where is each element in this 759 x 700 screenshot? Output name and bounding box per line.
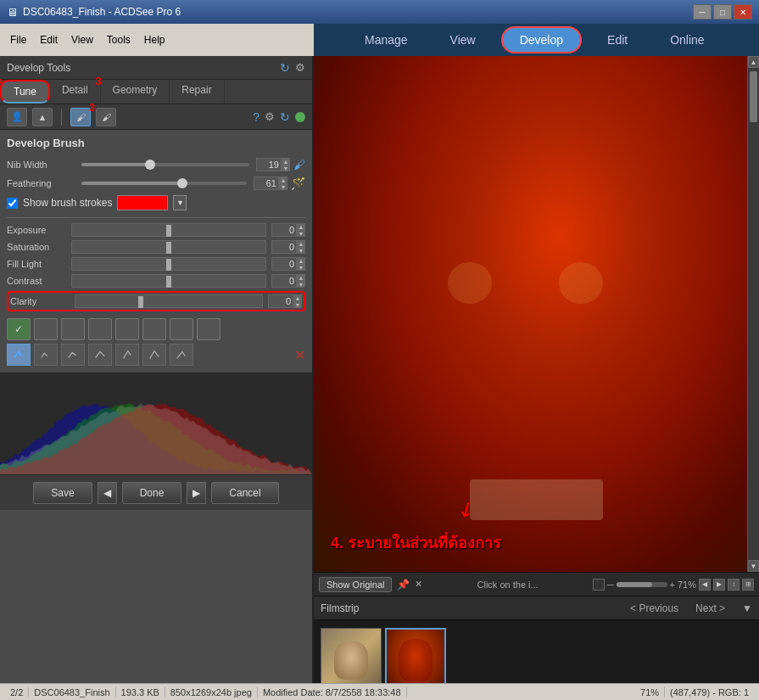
exposure-down[interactable]: ▼ — [297, 230, 305, 237]
menu-help[interactable]: Help — [137, 32, 172, 48]
brush-style-4[interactable] — [88, 344, 112, 366]
brush-style-7[interactable] — [170, 344, 193, 366]
contrast-up[interactable]: ▲ — [297, 274, 305, 281]
nib-width-input[interactable] — [256, 158, 282, 171]
preset-check-8[interactable] — [197, 318, 220, 340]
tab-geometry[interactable]: 3 Geometry — [101, 80, 170, 104]
filmstrip-expand-icon[interactable]: ▼ — [742, 602, 752, 614]
brush-style-1[interactable] — [7, 344, 31, 366]
fill-light-slider[interactable] — [71, 257, 266, 271]
exposure-up[interactable]: ▲ — [297, 223, 305, 230]
zoom-minus-icon[interactable]: ─ — [607, 580, 614, 590]
fill-light-spinners[interactable]: ▲ ▼ — [297, 257, 305, 271]
preset-check-5[interactable] — [115, 318, 139, 340]
show-brush-strokes-checkbox[interactable] — [7, 198, 18, 209]
nib-width-paint-icon[interactable]: 🖌 — [293, 158, 305, 171]
tab-online[interactable]: Online — [653, 28, 721, 52]
saturation-input[interactable] — [271, 240, 297, 254]
close-button[interactable]: ✕ — [734, 4, 752, 20]
brush-icon-triangle[interactable]: ▲ — [32, 108, 53, 126]
next-button[interactable]: Next > — [695, 602, 725, 614]
clarity-input[interactable] — [268, 294, 293, 308]
help-icon[interactable]: ? — [253, 110, 260, 124]
tab-detail[interactable]: Detail — [50, 80, 101, 104]
nav-icon-2[interactable]: ▶ — [713, 579, 725, 591]
exposure-slider[interactable] — [71, 223, 266, 237]
nib-width-slider[interactable] — [81, 163, 249, 166]
brush-icon-2[interactable]: 🖌 — [96, 108, 116, 126]
fill-light-thumb[interactable] — [166, 259, 171, 271]
show-original-button[interactable]: Show Original — [319, 577, 392, 592]
saturation-up[interactable]: ▲ — [297, 240, 305, 247]
previous-button[interactable]: < Previous — [630, 602, 678, 614]
preset-check-6[interactable] — [142, 318, 166, 340]
pin-icon[interactable]: 📌 — [397, 579, 410, 591]
feathering-up[interactable]: ▲ — [279, 176, 287, 183]
menu-file[interactable]: File — [3, 32, 33, 48]
nib-width-up[interactable]: ▲ — [282, 158, 290, 165]
save-button[interactable]: Save — [33, 482, 92, 504]
clarity-thumb[interactable] — [138, 296, 143, 308]
contrast-input[interactable] — [271, 274, 297, 288]
brush-color-swatch[interactable] — [117, 195, 168, 210]
scroll-thumb[interactable] — [750, 71, 757, 122]
contrast-thumb[interactable] — [166, 276, 171, 288]
settings2-icon[interactable]: ⚙ — [265, 110, 275, 123]
tab-tune[interactable]: 2 Tune — [0, 80, 50, 104]
preset-check-4[interactable] — [88, 318, 112, 340]
fill-light-input[interactable] — [271, 257, 297, 271]
feathering-input[interactable] — [254, 176, 279, 190]
contrast-spinners[interactable]: ▲ ▼ — [297, 274, 305, 288]
cancel-button[interactable]: Cancel — [211, 482, 278, 504]
contrast-slider[interactable] — [71, 274, 266, 288]
exposure-thumb[interactable] — [166, 225, 171, 237]
nib-width-spinners[interactable]: ▲ ▼ — [282, 158, 290, 171]
refresh2-icon[interactable]: ↻ — [280, 110, 290, 124]
tab-develop[interactable]: Develop — [501, 26, 582, 53]
fill-light-down[interactable]: ▼ — [297, 264, 305, 271]
tab-edit[interactable]: Edit — [590, 28, 645, 52]
brush-style-5[interactable] — [115, 344, 139, 366]
scroll-up-button[interactable]: ▲ — [748, 56, 759, 68]
preset-check-2[interactable] — [34, 318, 58, 340]
saturation-thumb[interactable] — [166, 242, 171, 254]
delete-brush-icon[interactable]: ✕ — [294, 347, 305, 363]
brush-icon-person[interactable]: 👤 — [7, 108, 27, 126]
feathering-slider[interactable] — [81, 182, 247, 185]
preset-check-7[interactable] — [170, 318, 193, 340]
brush-color-dropdown[interactable]: ▼ — [173, 195, 187, 210]
clarity-slider[interactable] — [75, 294, 263, 308]
nav-icon-3[interactable]: ↕ — [728, 579, 739, 591]
nav-icon-1[interactable]: ◀ — [699, 579, 711, 591]
clarity-up[interactable]: ▲ — [293, 294, 302, 301]
scroll-down-button[interactable]: ▼ — [748, 560, 759, 572]
maximize-button[interactable]: □ — [713, 4, 732, 20]
preset-check-1[interactable]: ✓ — [7, 318, 31, 340]
next-arrow-button[interactable]: ▶ — [187, 482, 206, 504]
fill-light-up[interactable]: ▲ — [297, 257, 305, 264]
contrast-down[interactable]: ▼ — [297, 281, 305, 288]
feathering-down[interactable]: ▼ — [279, 183, 287, 190]
minimize-button[interactable]: ─ — [693, 4, 712, 20]
tab-view[interactable]: View — [433, 28, 493, 52]
nib-width-down[interactable]: ▼ — [282, 165, 290, 171]
feathering-icon[interactable]: 🪄 — [291, 176, 305, 190]
nav-icon-4[interactable]: ⊞ — [742, 579, 754, 591]
tab-repair[interactable]: Repair — [170, 80, 224, 104]
zoom-plus-icon[interactable]: + — [670, 580, 675, 590]
brush-icon-active[interactable]: 3 🖌 — [70, 108, 91, 126]
cursor-icon[interactable]: ✕ — [415, 579, 422, 590]
menu-edit[interactable]: Edit — [33, 32, 64, 48]
tab-manage[interactable]: Manage — [348, 28, 425, 52]
menu-view[interactable]: View — [64, 32, 100, 48]
done-button[interactable]: Done — [122, 482, 182, 504]
clarity-spinners[interactable]: ▲ ▼ — [293, 294, 302, 308]
menu-tools[interactable]: Tools — [100, 32, 137, 48]
preset-check-3[interactable] — [61, 318, 85, 340]
feathering-spinners[interactable]: ▲ ▼ — [279, 176, 287, 190]
clarity-down[interactable]: ▼ — [293, 301, 302, 308]
refresh-icon[interactable]: ↻ — [280, 61, 290, 75]
saturation-spinners[interactable]: ▲ ▼ — [297, 240, 305, 254]
brush-style-2[interactable] — [34, 344, 58, 366]
brush-style-6[interactable] — [142, 344, 166, 366]
